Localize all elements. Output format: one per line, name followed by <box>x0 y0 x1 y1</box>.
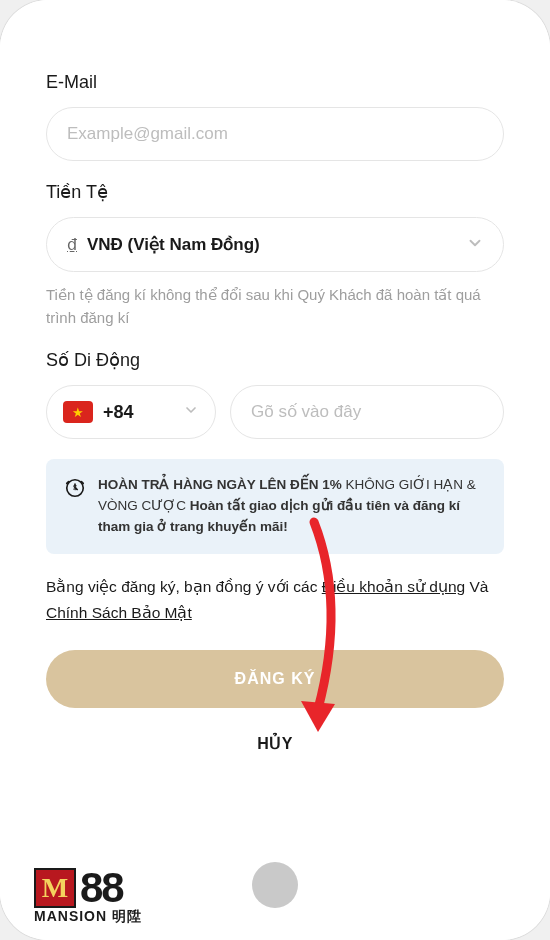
dial-code: +84 <box>103 402 134 423</box>
mobile-field-group: Số Di Động +84 <box>46 349 504 439</box>
terms-mid: Và <box>469 578 488 595</box>
currency-help-text: Tiền tệ đăng kí không thể đổi sau khi Qu… <box>46 284 504 329</box>
screen-content: E-Mail Tiền Tệ ₫ VNĐ (Việt Nam Đồng) Tiề… <box>14 14 536 926</box>
logo-m-icon: M <box>34 868 76 908</box>
currency-select[interactable]: ₫ VNĐ (Việt Nam Đồng) <box>46 217 504 272</box>
chevron-down-icon <box>183 402 199 422</box>
promo-bold-1: HOÀN TRẢ HÀNG NGÀY LÊN ĐẾN 1% <box>98 477 342 492</box>
promo-banner: $ HOÀN TRẢ HÀNG NGÀY LÊN ĐẾN 1% KHÔNG GI… <box>46 459 504 554</box>
mansion-logo: M 88 MANSION 明陞 <box>34 864 142 926</box>
home-button[interactable] <box>252 862 298 908</box>
terms-prefix: Bằng việc đăng ký, bạn đồng ý với các <box>46 578 322 595</box>
currency-field-group: Tiền Tệ ₫ VNĐ (Việt Nam Đồng) Tiền tệ đă… <box>46 181 504 329</box>
currency-symbol-icon: ₫ <box>67 235 77 254</box>
phone-frame: E-Mail Tiền Tệ ₫ VNĐ (Việt Nam Đồng) Tiề… <box>0 0 550 940</box>
promo-text: HOÀN TRẢ HÀNG NGÀY LÊN ĐẾN 1% KHÔNG GIỚI… <box>98 475 486 538</box>
logo-subtitle: MANSION 明陞 <box>34 908 142 926</box>
svg-text:$: $ <box>73 483 77 492</box>
privacy-policy-link[interactable]: Chính Sách Bảo Mật <box>46 604 192 621</box>
email-input[interactable] <box>46 107 504 161</box>
cashback-icon: $ <box>64 477 86 503</box>
terms-text: Bằng việc đăng ký, bạn đồng ý với các Đi… <box>46 574 504 627</box>
email-label: E-Mail <box>46 72 504 93</box>
email-field-group: E-Mail <box>46 72 504 161</box>
register-button[interactable]: ĐĂNG KÝ <box>46 650 504 708</box>
currency-label: Tiền Tệ <box>46 181 504 203</box>
cancel-button[interactable]: HỦY <box>46 726 504 761</box>
mobile-label: Số Di Động <box>46 349 504 371</box>
logo-88: 88 <box>80 864 123 912</box>
country-code-select[interactable]: +84 <box>46 385 216 439</box>
vietnam-flag-icon <box>63 401 93 423</box>
currency-selected-value: VNĐ (Việt Nam Đồng) <box>87 234 260 255</box>
terms-of-use-link[interactable]: Điều khoản sử dụng <box>322 578 465 595</box>
mobile-input[interactable] <box>230 385 504 439</box>
